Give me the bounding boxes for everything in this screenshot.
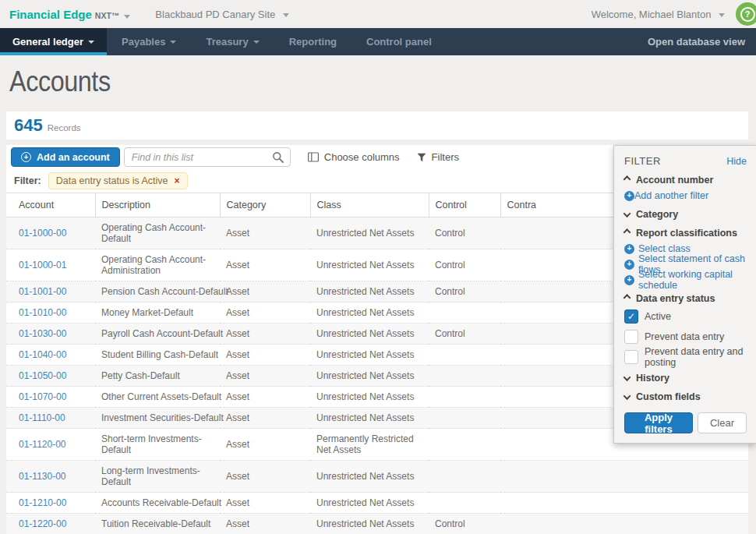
filter-section-label: Report classifications	[636, 228, 737, 239]
cell-description: Pension Cash Account-Default	[95, 281, 220, 302]
filter-link-select-class[interactable]: +Select class	[624, 243, 747, 254]
account-link[interactable]: 01-1000-00	[19, 228, 66, 239]
nav-tab-payables[interactable]: Payables	[107, 28, 191, 55]
table-row[interactable]: 01-1130-00Long-term Investments-DefaultA…	[6, 461, 748, 493]
checkbox[interactable]	[624, 350, 638, 364]
open-database-view-link[interactable]: Open database view	[637, 28, 756, 55]
records-label: Records	[48, 123, 81, 133]
filter-section-custom-fields[interactable]: Custom fields	[624, 391, 747, 402]
nav-tab-control-panel[interactable]: Control panel	[352, 28, 447, 55]
cell-control	[429, 366, 500, 387]
filter-link-select-working-capital-schedule[interactable]: +Select working capital schedule	[624, 274, 747, 285]
checkbox-label: Prevent data entry and posting	[645, 346, 747, 368]
brand-logo[interactable]: Financial Edge NXT™	[9, 8, 130, 21]
cell-control	[429, 345, 500, 366]
account-link[interactable]: 01-1210-00	[19, 497, 66, 508]
chevron-down-icon	[719, 13, 725, 17]
filter-link-add-another-filter[interactable]: +Add another filter	[624, 190, 747, 201]
account-link[interactable]: 01-1040-00	[19, 349, 66, 360]
cell-control: Control	[429, 324, 500, 345]
clear-filters-button[interactable]: Clear	[698, 412, 747, 433]
site-selector[interactable]: Blackbaud PD Canary Site	[155, 9, 289, 20]
cell-control	[429, 429, 500, 461]
chevron-down-icon	[124, 15, 130, 19]
column-header-control[interactable]: Control	[429, 193, 500, 217]
column-header-class[interactable]: Class	[310, 193, 429, 217]
filter-checkbox-prevent-data-entry[interactable]: Prevent data entry	[624, 328, 747, 345]
cell-control: Control	[429, 217, 500, 249]
filter-chip-text: Data entry status is Active	[56, 175, 168, 186]
user-menu[interactable]: Welcome, Michael Blanton	[592, 9, 725, 20]
checkbox[interactable]	[624, 330, 638, 344]
remove-filter-icon[interactable]: ×	[175, 175, 180, 186]
nav-tab-general-ledger[interactable]: General ledger	[0, 28, 107, 55]
filters-label: Filters	[432, 151, 459, 163]
search-input[interactable]	[124, 147, 291, 167]
cell-category: Asset	[220, 514, 310, 534]
checkbox[interactable]	[624, 309, 638, 324]
cell-control	[429, 461, 500, 493]
add-account-button[interactable]: + Add an account	[11, 147, 120, 167]
cell-description: Money Market-Default	[95, 302, 220, 324]
cell-class: Unrestricted Net Assets	[310, 281, 429, 302]
cell-class: Unrestricted Net Assets	[310, 324, 429, 345]
filter-section-account-number[interactable]: Account number	[624, 175, 747, 186]
filter-link-select-statement-of-cash-flows[interactable]: +Select statement of cash flows	[624, 259, 747, 270]
welcome-text: Welcome, Michael Blanton	[592, 9, 712, 20]
plus-icon: +	[624, 244, 634, 254]
filter-section-category[interactable]: Category	[624, 209, 747, 220]
cell-category: Asset	[220, 387, 310, 408]
cell-contra	[500, 493, 748, 514]
cell-class: Unrestricted Net Assets	[310, 217, 429, 249]
cell-account: 01-1000-00	[6, 217, 95, 249]
nav-tab-reporting[interactable]: Reporting	[274, 28, 352, 55]
apply-filters-button[interactable]: Apply filters	[624, 412, 693, 433]
chevron-down-icon	[253, 41, 260, 44]
table-row[interactable]: 01-1210-00Accounts Receivable-DefaultAss…	[6, 493, 748, 514]
filter-section-label: Account number	[636, 175, 713, 186]
chevron-down-icon	[624, 392, 631, 400]
filter-section-data-entry-status[interactable]: Data entry status	[624, 293, 747, 304]
account-link[interactable]: 01-1110-00	[19, 412, 65, 423]
choose-columns-button[interactable]: Choose columns	[308, 151, 400, 163]
cell-category: Asset	[220, 429, 310, 461]
plus-icon: +	[624, 260, 634, 270]
account-link[interactable]: 01-1030-00	[19, 328, 66, 339]
nav-tab-treasury[interactable]: Treasury	[191, 28, 274, 55]
column-header-account[interactable]: Account	[6, 193, 95, 217]
filter-section-history[interactable]: History	[624, 373, 747, 384]
cell-category: Asset	[220, 302, 310, 324]
account-link[interactable]: 01-1010-00	[19, 307, 66, 318]
account-link[interactable]: 01-1130-00	[19, 471, 66, 482]
filter-checkbox-active[interactable]: Active	[624, 308, 747, 324]
column-header-description[interactable]: Description	[95, 193, 220, 217]
filters-button[interactable]: Filters	[417, 151, 459, 163]
brand-suffix: NXT™	[95, 11, 120, 20]
plus-icon: +	[21, 152, 31, 162]
cell-class: Unrestricted Net Assets	[310, 461, 429, 493]
columns-icon	[308, 152, 319, 162]
help-button[interactable]: ?	[736, 2, 756, 26]
filter-checkbox-prevent-data-entry-and-posting[interactable]: Prevent data entry and posting	[624, 348, 747, 365]
cell-control	[429, 493, 500, 514]
cell-control: Control	[429, 514, 500, 534]
account-link[interactable]: 01-1070-00	[19, 391, 66, 402]
account-link[interactable]: 01-1000-01	[19, 260, 66, 271]
cell-category: Asset	[220, 249, 310, 281]
column-header-category[interactable]: Category	[220, 193, 310, 217]
account-link[interactable]: 01-1050-00	[19, 370, 66, 381]
table-row[interactable]: 01-1220-00Tuition Receivable-DefaultAsse…	[6, 514, 748, 534]
cell-description: Short-term Investments-Default	[95, 429, 220, 461]
account-link[interactable]: 01-1220-00	[19, 518, 66, 529]
filter-section-label: Custom fields	[636, 391, 701, 402]
cell-description: Student Billing Cash-Default	[95, 345, 220, 366]
cell-description: Long-term Investments-Default	[95, 461, 220, 493]
cell-account: 01-1050-00	[6, 366, 95, 387]
filter-section-report-classifications[interactable]: Report classifications	[624, 228, 747, 239]
cell-account: 01-1120-00	[6, 429, 95, 461]
question-mark-icon: ?	[740, 7, 755, 22]
account-link[interactable]: 01-1120-00	[19, 439, 66, 450]
account-link[interactable]: 01-1001-00	[19, 286, 66, 297]
main-nav: General ledgerPayablesTreasuryReportingC…	[0, 28, 756, 55]
hide-filter-panel-link[interactable]: Hide	[726, 156, 747, 167]
